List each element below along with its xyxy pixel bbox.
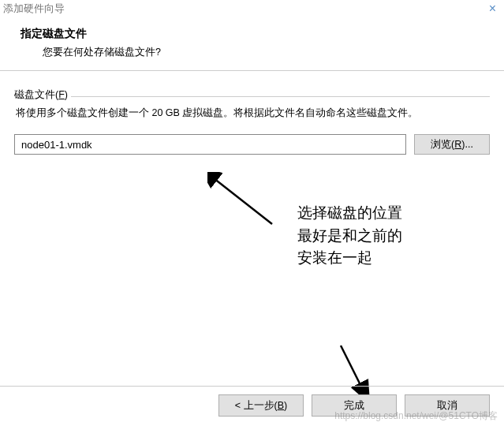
close-icon[interactable]: × [484,2,501,16]
svg-line-0 [214,178,272,224]
finish-button[interactable]: 完成 [312,394,397,417]
annotation-arrow-to-input [207,172,278,230]
window-title: 添加硬件向导 [3,2,65,16]
annotation-note: 选择磁盘的位置 最好是和之前的 安装在一起 [297,202,402,270]
browse-button[interactable]: 浏览(R)... [414,134,490,155]
page-subtitle: 您要在何处存储磁盘文件? [21,46,488,59]
wizard-header: 指定磁盘文件 您要在何处存储磁盘文件? [0,17,504,71]
group-label-disk-file: 磁盘文件(F) [14,88,71,102]
back-button[interactable]: < 上一步(B) [218,394,304,417]
page-title: 指定磁盘文件 [21,27,488,41]
disk-file-input[interactable] [14,134,406,155]
cancel-button[interactable]: 取消 [405,394,490,417]
svg-line-1 [341,346,361,387]
group-description: 将使用多个磁盘文件创建一个 20 GB 虚拟磁盘。将根据此文件名自动命名这些磁盘… [14,105,490,121]
group-divider [14,96,490,97]
wizard-button-bar: < 上一步(B) 完成 取消 [0,386,504,417]
